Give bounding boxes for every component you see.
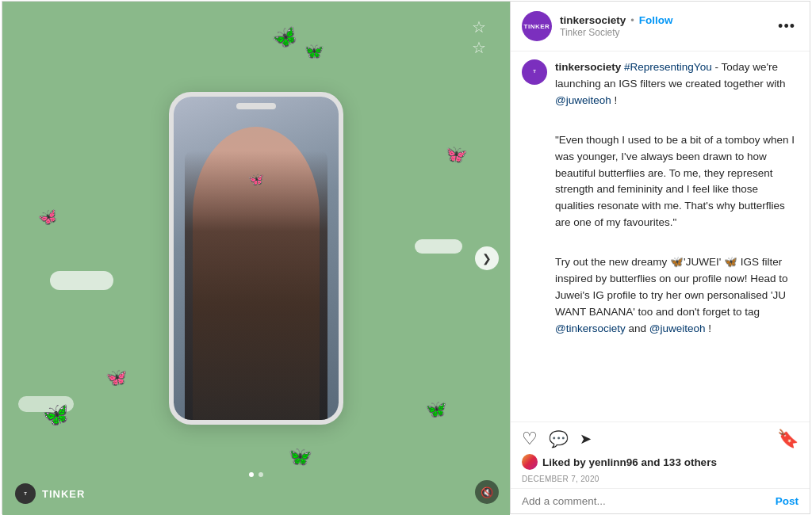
likes-count: 133 others bbox=[663, 456, 717, 468]
post-comment-button[interactable]: Post bbox=[776, 495, 799, 507]
post-date: DECEMBER 7, 2020 bbox=[511, 473, 810, 488]
tinker-small-avatar: T bbox=[15, 483, 36, 504]
avatar: TINKER bbox=[522, 11, 552, 41]
caption-username[interactable]: tinkersociety bbox=[555, 61, 621, 73]
star-icon-2: ☆ bbox=[472, 38, 486, 57]
header-info: tinkersociety • Follow Tinker Society bbox=[560, 14, 767, 38]
mute-button[interactable]: 🔇 bbox=[475, 480, 499, 504]
liker-name[interactable]: yenlinn96 bbox=[589, 456, 638, 468]
caption-and: and bbox=[629, 322, 649, 334]
caption-mention3[interactable]: @juweiteoh bbox=[649, 322, 706, 334]
header-subname: Tinker Society bbox=[560, 27, 767, 38]
follow-button[interactable]: Follow bbox=[639, 14, 673, 26]
comment-button[interactable]: 💬 bbox=[549, 429, 569, 448]
username-label[interactable]: tinkersociety bbox=[560, 14, 626, 26]
star-icon-1: ☆ bbox=[472, 17, 486, 36]
dot-2[interactable] bbox=[259, 472, 263, 477]
stars-decoration: ☆ ☆ bbox=[472, 17, 486, 57]
caption-quote: "Even though I used to be a bit of a tom… bbox=[555, 132, 799, 232]
next-arrow[interactable]: ❯ bbox=[475, 246, 499, 270]
tinker-logo-text: TINKER bbox=[42, 488, 85, 500]
phone-mockup bbox=[169, 92, 343, 425]
like-button[interactable]: ♡ bbox=[522, 429, 538, 449]
post-image: ☆ ☆ 🦋 🦋 🦋 🦋 🦋 🦋 🦋 🦋 🦋 ❯ bbox=[2, 2, 510, 515]
cloud-1 bbox=[50, 271, 113, 290]
post-actions: ♡ 💬 ➤ 🔖 bbox=[511, 422, 810, 452]
liker-avatar bbox=[522, 454, 538, 470]
carousel-dots bbox=[249, 472, 263, 477]
liked-by-label: Liked by bbox=[542, 456, 586, 468]
comment-input[interactable] bbox=[522, 495, 768, 507]
likes-text: Liked by yenlinn96 and 133 others bbox=[542, 456, 717, 468]
caption-line1-end: ! bbox=[615, 94, 618, 106]
post-likes: Liked by yenlinn96 and 133 others bbox=[511, 452, 810, 473]
share-button[interactable]: ➤ bbox=[580, 430, 592, 448]
caption-avatar: T bbox=[522, 59, 547, 85]
post-info-panel: TINKER tinkersociety • Follow Tinker Soc… bbox=[510, 2, 810, 513]
separator: • bbox=[630, 14, 634, 26]
avatar-text: TINKER bbox=[524, 23, 550, 30]
caption-line2: Try out the new dreamy 🦋'JUWEI' 🦋 IGS fi… bbox=[555, 256, 787, 318]
phone-screen bbox=[174, 97, 339, 420]
post-header: TINKER tinkersociety • Follow Tinker Soc… bbox=[511, 2, 810, 52]
mute-icon: 🔇 bbox=[481, 486, 493, 498]
cloud-3 bbox=[18, 396, 74, 412]
bookmark-button[interactable]: 🔖 bbox=[777, 429, 799, 449]
post-caption: T tinkersociety #RepresentingYou - Today… bbox=[511, 52, 810, 422]
hair-overlay bbox=[185, 151, 327, 420]
phone-notch bbox=[236, 103, 276, 109]
and-label: and bbox=[642, 456, 661, 468]
dot-1[interactable] bbox=[249, 472, 254, 477]
post-container: ☆ ☆ 🦋 🦋 🦋 🦋 🦋 🦋 🦋 🦋 🦋 ❯ bbox=[2, 1, 810, 514]
tinker-logo: T TINKER bbox=[15, 483, 85, 504]
more-options-button[interactable]: ••• bbox=[775, 18, 799, 35]
caption-row: T tinkersociety #RepresentingYou - Today… bbox=[522, 59, 799, 338]
caption-mention1[interactable]: @juweiteoh bbox=[555, 94, 611, 106]
header-username-row: tinkersociety • Follow bbox=[560, 14, 767, 26]
caption-hashtag[interactable]: #RepresentingYou bbox=[624, 61, 712, 73]
cloud-2 bbox=[415, 239, 462, 254]
caption-mention2[interactable]: @tinkersociety bbox=[555, 322, 626, 334]
caption-text-body: tinkersociety #RepresentingYou - Today w… bbox=[555, 59, 799, 338]
add-comment-row: Post bbox=[511, 488, 810, 513]
caption-end: ! bbox=[708, 322, 711, 334]
